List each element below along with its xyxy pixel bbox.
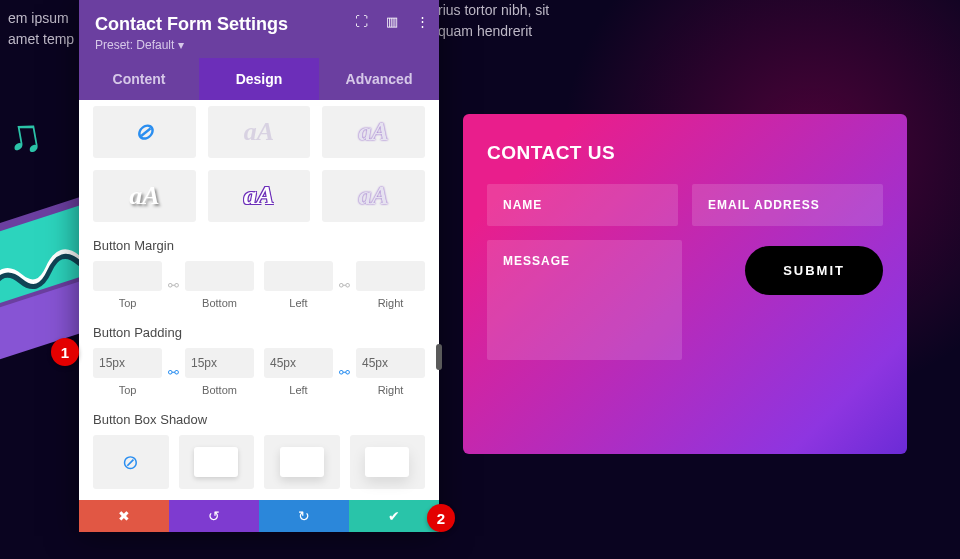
margin-right-input[interactable] [356,261,425,291]
margin-row: Top ⚯ Bottom Left ⚯ Right [93,261,425,309]
background-lorem-left: em ipsum amet temp [0,0,82,58]
email-field[interactable]: EMAIL ADDRESS [692,184,883,226]
focus-icon[interactable]: ⛶ [355,14,368,29]
box-shadow-option[interactable] [350,435,426,489]
background-lorem-right: rius tortor nibh, sit quam hendrerit [438,0,549,42]
text-shadow-grid: ⊘ aA aA aA aA aA [93,106,425,222]
tab-advanced[interactable]: Advanced [319,58,439,100]
submit-button[interactable]: SUBMIT [745,246,883,295]
margin-left-input[interactable] [264,261,333,291]
no-icon: ⊘ [122,450,139,474]
message-field[interactable] [487,240,682,360]
label-bottom: Bottom [185,297,254,309]
panel-body: ⊘ aA aA aA aA aA Button Margin Top ⚯ Bot… [79,100,439,500]
link-icon[interactable]: ⚯ [164,365,183,380]
text-shadow-none[interactable]: ⊘ [93,106,196,158]
label-top: Top [93,297,162,309]
link-icon[interactable]: ⚯ [335,365,354,380]
section-button-margin: Button Margin [93,238,425,253]
text-shadow-option[interactable]: aA [322,106,425,158]
panel-footer: ✖ ↺ ↻ ✔ [79,500,439,532]
link-icon[interactable]: ⚯ [164,278,183,293]
padding-bottom-input[interactable] [185,348,254,378]
label-bottom: Bottom [185,384,254,396]
text-shadow-option[interactable]: aA [208,170,311,222]
contact-title: CONTACT US [487,142,883,164]
music-note-icon: ♫ [1,105,46,165]
tabs: Content Design Advanced [79,58,439,100]
panel-header: Contact Form Settings Preset: Default ▾ … [79,0,439,58]
box-shadow-option[interactable] [179,435,255,489]
padding-top-input[interactable] [93,348,162,378]
section-button-box-shadow: Button Box Shadow [93,412,425,427]
label-left: Left [264,384,333,396]
cancel-button[interactable]: ✖ [79,500,169,532]
label-top: Top [93,384,162,396]
no-icon: ⊘ [135,119,153,145]
padding-right-input[interactable] [356,348,425,378]
contact-form-preview: CONTACT US NAME EMAIL ADDRESS SUBMIT [463,114,907,454]
margin-bottom-input[interactable] [185,261,254,291]
save-button[interactable]: ✔ [349,500,439,532]
label-right: Right [356,384,425,396]
margin-top-input[interactable] [93,261,162,291]
box-shadow-option[interactable] [264,435,340,489]
label-left: Left [264,297,333,309]
box-shadow-none[interactable]: ⊘ [93,435,169,489]
label-right: Right [356,297,425,309]
tab-design[interactable]: Design [199,58,319,100]
link-icon[interactable]: ⚯ [335,278,354,293]
section-button-padding: Button Padding [93,325,425,340]
expand-icon[interactable]: ▥ [386,14,398,29]
text-shadow-option[interactable]: aA [208,106,311,158]
redo-button[interactable]: ↻ [259,500,349,532]
padding-row: Top ⚯ Bottom Left ⚯ Right [93,348,425,396]
more-icon[interactable]: ⋮ [416,14,429,29]
settings-panel: Contact Form Settings Preset: Default ▾ … [79,0,439,532]
undo-button[interactable]: ↺ [169,500,259,532]
annotation-badge-1: 1 [51,338,79,366]
box-shadow-grid: ⊘ [93,435,425,489]
padding-left-input[interactable] [264,348,333,378]
text-shadow-option[interactable]: aA [93,170,196,222]
name-field[interactable]: NAME [487,184,678,226]
tab-content[interactable]: Content [79,58,199,100]
text-shadow-option[interactable]: aA [322,170,425,222]
panel-preset[interactable]: Preset: Default ▾ [95,38,423,52]
panel-resize-handle[interactable] [436,344,442,370]
annotation-badge-2: 2 [427,504,455,532]
